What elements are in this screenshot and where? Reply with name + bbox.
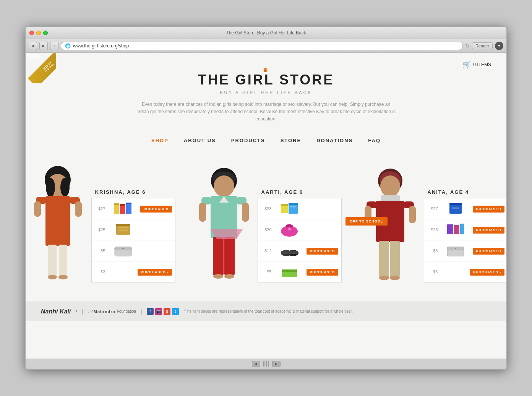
girl-figure-anita: OFF TO SCHOOL (357, 159, 424, 282)
item-thumbnail (441, 201, 470, 217)
table-row: $27 PURCHASED (92, 198, 175, 219)
item-action[interactable]: PURCHASED (304, 268, 338, 276)
girl-group-krishna: KRISHNA, AGE 6 $27 PURCHASED (25, 159, 175, 282)
table-row: $3 PURCHASED - (92, 261, 175, 282)
site-footer: Nanhi Kali 3 | 𝓜 Mahindra Foundation | f… (26, 302, 506, 321)
site-header: ♛ THE GIRL STORE BUY A GIRL HER LIFE BAC… (26, 53, 506, 131)
svg-rect-7 (34, 201, 41, 217)
scroll-left-button[interactable]: ◀ (252, 361, 260, 367)
fwa-logo: FWA (26, 54, 40, 60)
off-to-school-overlay: OFF TO SCHOOL (345, 217, 388, 224)
svg-point-40 (224, 274, 234, 279)
price-label: $25 (427, 227, 438, 232)
nav-products[interactable]: PRODUCTS (231, 138, 265, 143)
svg-rect-16 (114, 203, 119, 205)
price-label: $23 (261, 206, 272, 211)
facebook-icon[interactable]: f (147, 308, 154, 315)
item-action[interactable]: PURCHASED - (470, 268, 504, 276)
svg-rect-37 (224, 237, 235, 275)
svg-rect-20 (116, 224, 130, 226)
svg-rect-13 (114, 203, 119, 214)
scroll-handle (263, 361, 264, 367)
browser-toolbar: ◀ ▶ ↑ 🌐 www.the-girl-store.org/shop ↻ Re… (26, 39, 506, 53)
svg-point-39 (213, 274, 223, 279)
extensions-button[interactable]: ▼ (495, 42, 503, 50)
svg-rect-15 (126, 203, 131, 214)
svg-rect-9 (48, 245, 57, 277)
item-action[interactable]: PURCHASED (304, 247, 338, 255)
table-row: $3 PURCHASED - (424, 261, 507, 282)
item-thumbnail (441, 222, 470, 238)
item-thumbnail (275, 243, 304, 259)
svg-rect-10 (59, 245, 67, 277)
address-bar[interactable]: 🌐 www.the-girl-store.org/shop (61, 42, 463, 50)
share-button[interactable]: ↑ (50, 42, 58, 50)
bottom-bar: ◀ ▶ (26, 359, 506, 369)
item-thumbnail (275, 222, 304, 238)
google-plus-icon[interactable]: g (164, 308, 170, 315)
url-text: www.the-girl-store.org/shop (73, 43, 129, 49)
item-action[interactable]: PURCHASED (470, 205, 504, 213)
nav-shop[interactable]: SHOP (151, 138, 169, 143)
nav-donations[interactable]: DONATIONS (316, 138, 353, 143)
table-row: $23 (258, 198, 341, 219)
back-button[interactable]: ◀ (29, 42, 37, 50)
security-icon: 🌐 (65, 43, 71, 49)
fullscreen-button[interactable] (43, 31, 48, 35)
price-label: $5 (95, 248, 105, 253)
item-action[interactable]: PURCHASED (470, 247, 504, 255)
price-label: $27 (95, 206, 105, 211)
page-content: SITE OFTHE DAY FWA 🛒 0 ITEMS ♛ THE GIRL … (26, 53, 506, 359)
fwa-badge: SITE OFTHE DAY FWA (26, 53, 56, 83)
price-label: $27 (427, 206, 438, 211)
scroll-handle (266, 361, 267, 367)
table-row: $20 (258, 219, 341, 240)
forward-button[interactable]: ▶ (39, 42, 48, 50)
krishna-name: KRISHNA, AGE 6 (95, 189, 146, 195)
svg-rect-43 (281, 204, 288, 206)
site-logo: ♛ THE GIRL STORE (198, 72, 334, 88)
table-row: $5 PURCHASED (258, 261, 341, 282)
nav-faq[interactable]: FAQ (368, 138, 381, 143)
svg-point-3 (60, 178, 70, 197)
cart-area[interactable]: 🛒 0 ITEMS (462, 60, 491, 69)
nav-about[interactable]: ABOUT US (184, 138, 216, 143)
item-action[interactable]: PURCHASED - (138, 268, 172, 276)
price-label: $20 (261, 227, 272, 232)
footer-logos: Nanhi Kali 3 | 𝓜 Mahindra Foundation | f… (41, 308, 179, 315)
instagram-icon[interactable]: 📷 (155, 308, 162, 315)
item-action[interactable]: PURCHASED (138, 205, 172, 213)
svg-rect-66 (390, 241, 400, 277)
price-label: $12 (261, 248, 272, 253)
price-label: $5 (427, 248, 438, 253)
cart-icon: 🛒 (462, 60, 471, 69)
anita-name: ANITA, AGE 4 (428, 189, 469, 195)
svg-rect-65 (379, 241, 389, 277)
refresh-icon[interactable]: ↻ (465, 43, 470, 49)
browser-window: The Girl Store: Buy a Girl Her Life Back… (25, 26, 507, 370)
close-button[interactable] (29, 31, 34, 35)
twitter-icon[interactable]: t (172, 308, 179, 315)
minimize-button[interactable] (36, 31, 41, 35)
price-label: $5 (261, 269, 272, 274)
scroll-right-button[interactable]: ▶ (272, 361, 281, 367)
svg-rect-18 (126, 203, 131, 204)
svg-point-50 (288, 227, 291, 230)
item-action[interactable]: PURCHASED (470, 226, 504, 234)
browser-title: The Girl Store: Buy a Girl Her Life Back (226, 30, 306, 36)
svg-point-58 (380, 175, 400, 197)
purchased-badge: PURCHASED (307, 269, 338, 276)
purchased-badge: PURCHASED (473, 206, 504, 213)
nav-store[interactable]: STORE (281, 138, 302, 143)
svg-rect-75 (460, 224, 464, 234)
table-row: $5 (92, 240, 175, 261)
browser-titlebar: The Girl Store: Buy a Girl Her Life Back (26, 27, 506, 39)
svg-point-26 (122, 248, 124, 249)
item-thumbnail (109, 222, 138, 238)
aarti-name: AARTI, AGE 6 (261, 189, 303, 195)
svg-rect-17 (120, 204, 125, 206)
main-nav: SHOP ABOUT US PRODUCTS STORE DONATIONS F… (26, 131, 506, 147)
purchased-badge: PURCHASED (140, 206, 172, 213)
reader-button[interactable]: Reader (472, 42, 493, 49)
product-grid: KRISHNA, AGE 6 $27 PURCHASED (37, 147, 495, 302)
